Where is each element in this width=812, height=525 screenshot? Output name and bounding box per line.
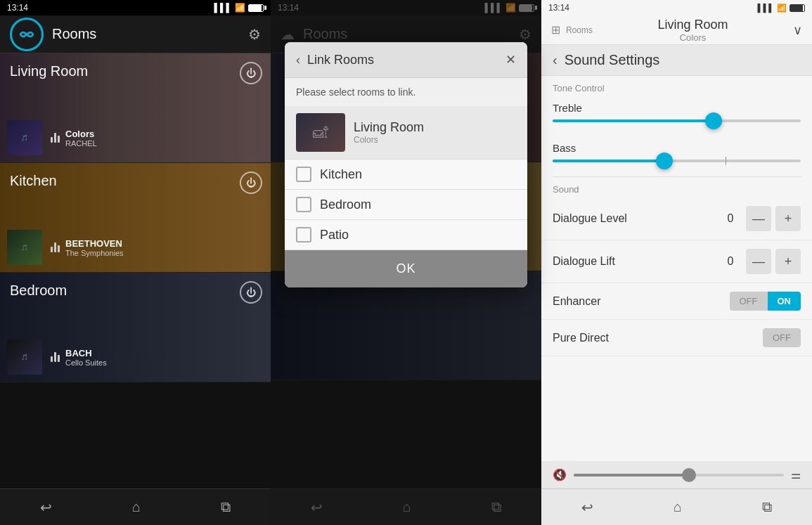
signal-icon-1: ▌▌▌: [214, 3, 232, 13]
tone-control-label: Tone Control: [541, 76, 812, 96]
modal-close-button[interactable]: ✕: [505, 52, 516, 67]
sound-back-button[interactable]: ‹: [553, 52, 558, 68]
room-card-bedroom[interactable]: Bedroom ⏻ 🎵 BACH Cello Suites: [0, 273, 271, 382]
modal-header: ‹ Link Rooms ✕: [285, 42, 527, 78]
treble-fill: [553, 119, 714, 122]
signal-icon-3: ▌▌▌: [758, 4, 774, 12]
modal-overlay: ‹ Link Rooms ✕ Please select rooms to li…: [271, 0, 541, 525]
enhancer-row: Enhancer OFF ON: [541, 283, 812, 320]
sound-settings-title: Sound Settings: [565, 52, 660, 68]
volume-mute-icon[interactable]: 🔇: [553, 468, 567, 481]
modal-back-button[interactable]: ‹: [296, 53, 300, 67]
time-1: 13:14: [7, 3, 28, 13]
wifi-icon-3: 📶: [777, 4, 787, 13]
equalizer-icon[interactable]: ⚌: [791, 468, 801, 481]
enhancer-label: Enhancer: [553, 295, 730, 308]
time-3: 13:14: [548, 3, 569, 13]
app-logo: [10, 18, 44, 51]
modal-room-item-bedroom[interactable]: Bedroom: [285, 190, 527, 220]
dialogue-level-minus-button[interactable]: —: [746, 206, 771, 231]
bass-thumb[interactable]: [656, 153, 673, 169]
bass-label: Bass: [553, 142, 801, 154]
home-nav-3[interactable]: ⌂: [674, 499, 682, 515]
dialogue-level-label: Dialogue Level: [553, 212, 723, 225]
modal-room-name-bedroom: Bedroom: [320, 197, 516, 212]
status-bar-3: 13:14 ▌▌▌ 📶: [541, 0, 812, 15]
volume-slider-track[interactable]: [574, 474, 784, 477]
dialogue-lift-plus-button[interactable]: +: [775, 249, 801, 274]
room-card-living[interactable]: Living Room ⏻ 🎵 Colors RACHEL: [0, 53, 271, 163]
treble-thumb[interactable]: [705, 112, 722, 129]
modal-room-item-patio[interactable]: Patio: [285, 220, 527, 250]
dialogue-lift-value: 0: [723, 255, 737, 268]
p3-top-bar: ⊞ Rooms Living Room Colors ∨: [541, 15, 812, 45]
header-title: Rooms: [52, 26, 240, 42]
room-name-bedroom: Bedroom: [10, 283, 67, 299]
enhancer-on-option[interactable]: ON: [768, 292, 801, 311]
bass-slider-track[interactable]: [553, 160, 801, 162]
settings-icon[interactable]: ⚙: [248, 26, 261, 43]
back-nav-1[interactable]: ↩: [40, 499, 52, 516]
album-art-bedroom: 🎵: [7, 339, 42, 375]
bass-divider: [726, 157, 726, 165]
volume-bar: 🔇 ⚌: [541, 461, 812, 488]
main-header: Rooms ⚙: [0, 15, 271, 53]
audio-bars-kitchen: [51, 242, 60, 252]
modal-room-item-living[interactable]: 🛋 Living Room Colors: [285, 106, 527, 160]
power-btn-kitchen[interactable]: ⏻: [240, 171, 262, 194]
status-icons-1: ▌▌▌ 📶: [214, 3, 264, 13]
dialogue-level-value: 0: [723, 212, 737, 225]
battery-icon-1: [248, 4, 264, 12]
media-artist-living: RACHEL: [65, 139, 97, 148]
album-art-kitchen: 🎵: [7, 230, 42, 265]
modal-checkbox-bedroom[interactable]: [296, 197, 311, 212]
p3-room-name: Living Room: [598, 18, 787, 32]
rooms-label: Rooms: [566, 25, 593, 35]
p3-room-sub: Colors: [598, 32, 787, 43]
modal-room-info-living: Living Room Colors: [354, 120, 516, 145]
back-nav-3[interactable]: ↩: [581, 499, 593, 516]
media-title-bedroom: BACH: [65, 348, 107, 358]
home-nav-1[interactable]: ⌂: [132, 499, 141, 515]
recent-nav-1[interactable]: ⧉: [221, 499, 231, 515]
dialogue-lift-minus-button[interactable]: —: [746, 249, 771, 274]
modal-checkbox-patio[interactable]: [296, 227, 311, 242]
now-playing-bedroom: 🎵 BACH Cello Suites: [7, 339, 107, 375]
recent-nav-3[interactable]: ⧉: [762, 499, 772, 515]
audio-bars-bedroom: [51, 352, 60, 362]
volume-thumb[interactable]: [682, 468, 696, 482]
room-name-kitchen: Kitchen: [10, 173, 57, 189]
modal-room-name-living: Living Room: [354, 120, 516, 135]
room-name-area: Living Room Colors: [598, 18, 787, 43]
modal-room-name-kitchen: Kitchen: [320, 167, 516, 182]
media-title-living: Colors: [65, 129, 97, 139]
panel-rooms-main: 13:14 ▌▌▌ 📶 Rooms ⚙ Living Room ⏻ 🎵: [0, 0, 271, 525]
media-artist-kitchen: The Symphonies: [65, 249, 124, 257]
media-title-kitchen: BEETHOVEN: [65, 238, 124, 249]
sound-settings-header: ‹ Sound Settings: [541, 45, 812, 76]
power-btn-bedroom[interactable]: ⏻: [240, 281, 262, 304]
panel-sound-settings: 13:14 ▌▌▌ 📶 ⊞ Rooms Living Room Colors ∨…: [541, 0, 812, 525]
dialogue-level-plus-button[interactable]: +: [775, 206, 801, 231]
status-bar-1: 13:14 ▌▌▌ 📶: [0, 0, 271, 15]
enhancer-toggle[interactable]: OFF ON: [730, 292, 801, 311]
media-artist-bedroom: Cello Suites: [65, 358, 107, 367]
chevron-down-icon[interactable]: ∨: [793, 22, 802, 38]
power-btn-living[interactable]: ⏻: [240, 62, 262, 84]
bass-slider-row: Bass: [541, 136, 812, 176]
bottom-nav-1: ↩ ⌂ ⧉: [0, 488, 271, 525]
treble-slider-track[interactable]: [553, 119, 801, 122]
modal-room-item-kitchen[interactable]: Kitchen: [285, 160, 527, 190]
rooms-icon: ⊞: [551, 23, 560, 37]
treble-label: Treble: [553, 102, 801, 114]
room-card-kitchen[interactable]: Kitchen ⏻ 🎵 BEETHOVEN The Symphonies: [0, 163, 271, 273]
enhancer-off-option[interactable]: OFF: [730, 292, 768, 311]
dialogue-lift-row: Dialogue Lift 0 — +: [541, 240, 812, 283]
album-art-living: 🎵: [7, 120, 42, 155]
bottom-nav-3: ↩ ⌂ ⧉: [541, 488, 812, 525]
modal-ok-button[interactable]: OK: [285, 250, 527, 287]
pure-direct-toggle[interactable]: OFF: [763, 328, 801, 347]
modal-thumb-living: 🛋: [296, 113, 345, 152]
modal-subtitle: Please select rooms to link.: [285, 78, 527, 106]
modal-checkbox-kitchen[interactable]: [296, 167, 311, 182]
